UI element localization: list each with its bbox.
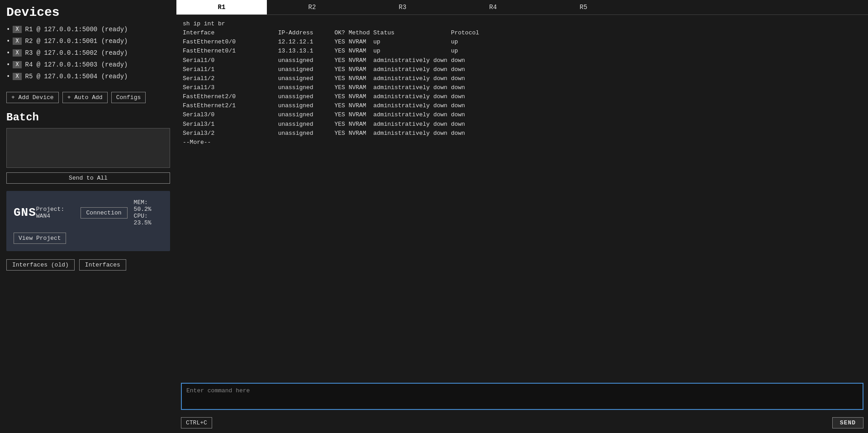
auto-add-button[interactable]: + Auto Add xyxy=(62,92,108,103)
terminal-line: --More-- xyxy=(183,138,862,147)
tab-r5[interactable]: R5 xyxy=(538,0,629,14)
batch-textarea[interactable] xyxy=(6,128,170,168)
bottom-buttons: Interfaces (old) Interfaces xyxy=(6,259,170,271)
terminal-line: Serial3/1 unassigned YES NVRAM administr… xyxy=(183,120,862,129)
tab-r1[interactable]: R1 xyxy=(176,0,267,14)
gns-meta: Project: WAN4 Connection MEM: 50.2% CPU:… xyxy=(36,199,163,226)
list-item: • X R2 @ 127.0.0.1:5001 (ready) xyxy=(6,38,170,45)
ctrl-c-button[interactable]: CTRL+C xyxy=(181,417,212,428)
connection-button[interactable]: Connection xyxy=(81,207,128,219)
bullet: • xyxy=(6,73,10,80)
left-panel: Devices • X R1 @ 127.0.0.1:5000 (ready) … xyxy=(0,0,176,433)
cpu-stat: CPU: 23.5% xyxy=(134,213,163,226)
terminal-line: FastEthernet0/0 12.12.12.1 YES NVRAM up … xyxy=(183,38,862,47)
remove-r2-button[interactable]: X xyxy=(13,38,21,45)
device-actions: + Add Device + Auto Add Configs xyxy=(6,92,170,103)
device-label: R1 @ 127.0.0.1:5000 (ready) xyxy=(25,26,128,33)
command-area xyxy=(176,380,868,414)
list-item: • X R4 @ 127.0.0.1:5003 (ready) xyxy=(6,61,170,68)
remove-r3-button[interactable]: X xyxy=(13,49,21,57)
tab-r2[interactable]: R2 xyxy=(267,0,357,14)
send-row: CTRL+C SEND xyxy=(176,414,868,433)
devices-title: Devices xyxy=(6,5,170,19)
terminal-line: Serial3/2 unassigned YES NVRAM administr… xyxy=(183,129,862,138)
device-label: R3 @ 127.0.0.1:5002 (ready) xyxy=(25,49,128,57)
interfaces-old-button[interactable]: Interfaces (old) xyxy=(6,259,75,271)
bullet: • xyxy=(6,38,10,45)
remove-r4-button[interactable]: X xyxy=(13,61,21,68)
configs-button[interactable]: Configs xyxy=(111,92,146,103)
device-label: R5 @ 127.0.0.1:5004 (ready) xyxy=(25,73,128,80)
terminal-line: Interface IP-Address OK? Method Status P… xyxy=(183,29,862,38)
view-project-button[interactable]: View Project xyxy=(14,233,66,244)
right-panel: R1 R2 R3 R4 R5 sh ip int brInterface IP-… xyxy=(176,0,868,433)
terminal-line: FastEthernet0/1 13.13.13.1 YES NVRAM up … xyxy=(183,47,862,56)
command-input[interactable] xyxy=(181,383,863,410)
device-label: R4 @ 127.0.0.1:5003 (ready) xyxy=(25,61,128,68)
device-list: • X R1 @ 127.0.0.1:5000 (ready) • X R2 @… xyxy=(6,26,170,85)
interfaces-button[interactable]: Interfaces xyxy=(79,259,126,271)
bullet: • xyxy=(6,61,10,68)
terminal-line: FastEthernet2/1 unassigned YES NVRAM adm… xyxy=(183,101,862,110)
terminal-line: Serial1/1 unassigned YES NVRAM administr… xyxy=(183,65,862,74)
gns-header: GNS Project: WAN4 Connection MEM: 50.2% … xyxy=(14,199,163,226)
send-button[interactable]: SEND xyxy=(832,417,863,428)
bullet: • xyxy=(6,26,10,33)
gns-stats: MEM: 50.2% CPU: 23.5% xyxy=(134,199,163,226)
batch-title: Batch xyxy=(6,111,170,124)
bullet: • xyxy=(6,49,10,57)
router-tabs: R1 R2 R3 R4 R5 xyxy=(176,0,868,15)
gns-panel: GNS Project: WAN4 Connection MEM: 50.2% … xyxy=(6,191,170,251)
terminal-line: Serial1/0 unassigned YES NVRAM administr… xyxy=(183,56,862,65)
terminal-line: FastEthernet2/0 unassigned YES NVRAM adm… xyxy=(183,92,862,101)
gns-project-label: Project: WAN4 xyxy=(36,206,74,219)
remove-r5-button[interactable]: X xyxy=(13,73,21,80)
send-to-all-button[interactable]: Send to All xyxy=(6,172,170,184)
mem-stat: MEM: 50.2% xyxy=(134,199,163,213)
list-item: • X R5 @ 127.0.0.1:5004 (ready) xyxy=(6,73,170,80)
terminal-line: Serial1/2 unassigned YES NVRAM administr… xyxy=(183,74,862,83)
tab-r3[interactable]: R3 xyxy=(357,0,448,14)
tab-r4[interactable]: R4 xyxy=(448,0,538,14)
device-label: R2 @ 127.0.0.1:5001 (ready) xyxy=(25,38,128,45)
list-item: • X R1 @ 127.0.0.1:5000 (ready) xyxy=(6,26,170,33)
list-item: • X R3 @ 127.0.0.1:5002 (ready) xyxy=(6,49,170,57)
gns-title: GNS xyxy=(14,206,36,219)
terminal-line: Serial3/0 unassigned YES NVRAM administr… xyxy=(183,110,862,119)
terminal-output: sh ip int brInterface IP-Address OK? Met… xyxy=(176,15,868,380)
terminal-line: Serial1/3 unassigned YES NVRAM administr… xyxy=(183,83,862,92)
add-device-button[interactable]: + Add Device xyxy=(6,92,59,103)
terminal-line: sh ip int br xyxy=(183,19,862,29)
remove-r1-button[interactable]: X xyxy=(13,26,21,33)
